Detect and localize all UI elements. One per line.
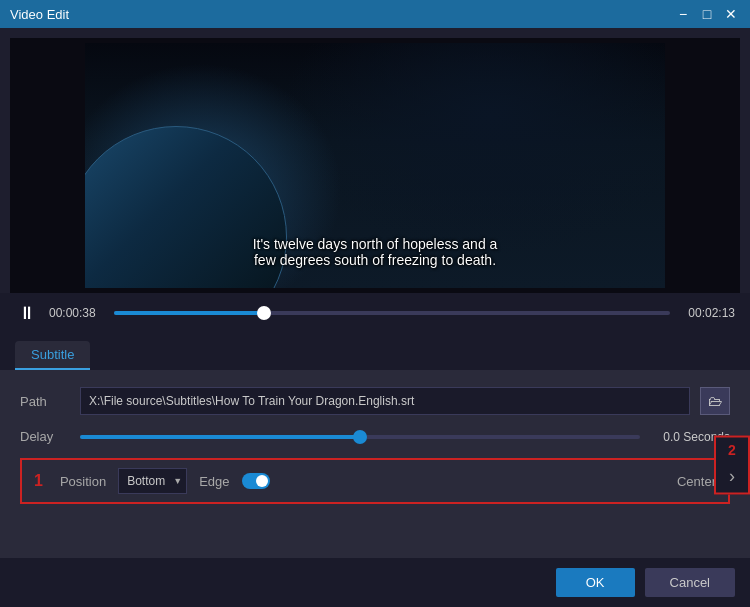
settings-panel: Path 🗁 Delay 0.0 Seconds 1 Position Bott… — [0, 372, 750, 558]
next-page-button[interactable]: › — [716, 460, 748, 493]
video-area: It's twelve days north of hopeless and a… — [10, 38, 740, 293]
time-current: 00:00:38 — [49, 306, 104, 320]
playback-bar: ⏸ 00:00:38 00:02:13 — [0, 293, 750, 333]
position-row: 1 Position Bottom Top Center Edge Center — [20, 458, 730, 504]
bottom-bar: OK Cancel — [0, 558, 750, 607]
edge-toggle[interactable] — [242, 473, 270, 489]
side-nav-number: 2 — [728, 438, 736, 460]
ok-button[interactable]: OK — [556, 568, 635, 597]
path-row: Path 🗁 — [20, 387, 730, 415]
side-nav: 2 › — [714, 436, 750, 495]
close-button[interactable]: ✕ — [722, 7, 740, 21]
minimize-button[interactable]: − — [674, 7, 692, 21]
tab-subtitle[interactable]: Subtitle — [15, 341, 90, 370]
seek-progress — [114, 311, 264, 315]
position-select[interactable]: Bottom Top Center — [118, 468, 187, 494]
video-subtitle: It's twelve days north of hopeless and a… — [253, 236, 498, 268]
center-label: Center — [677, 474, 716, 489]
cancel-button[interactable]: Cancel — [645, 568, 735, 597]
play-pause-button[interactable]: ⏸ — [15, 301, 39, 325]
position-label: Position — [60, 474, 106, 489]
window-title: Video Edit — [10, 7, 69, 22]
step-number-1: 1 — [34, 472, 43, 490]
seek-track[interactable] — [114, 311, 670, 315]
browse-button[interactable]: 🗁 — [700, 387, 730, 415]
video-preview: It's twelve days north of hopeless and a… — [85, 43, 665, 288]
path-label: Path — [20, 394, 70, 409]
time-total: 00:02:13 — [680, 306, 735, 320]
path-input[interactable] — [80, 387, 690, 415]
restore-button[interactable]: □ — [698, 7, 716, 21]
seek-thumb[interactable] — [257, 306, 271, 320]
delay-row: Delay 0.0 Seconds — [20, 429, 730, 444]
delay-track[interactable] — [80, 435, 640, 439]
window-controls: − □ ✕ — [674, 7, 740, 21]
position-select-wrapper: Bottom Top Center — [118, 468, 187, 494]
main-content: It's twelve days north of hopeless and a… — [0, 28, 750, 607]
tab-bar: Subtitle — [0, 333, 750, 372]
title-bar: Video Edit − □ ✕ — [0, 0, 750, 28]
delay-progress — [80, 435, 360, 439]
delay-label: Delay — [20, 429, 70, 444]
edge-label: Edge — [199, 474, 229, 489]
delay-thumb[interactable] — [353, 430, 367, 444]
